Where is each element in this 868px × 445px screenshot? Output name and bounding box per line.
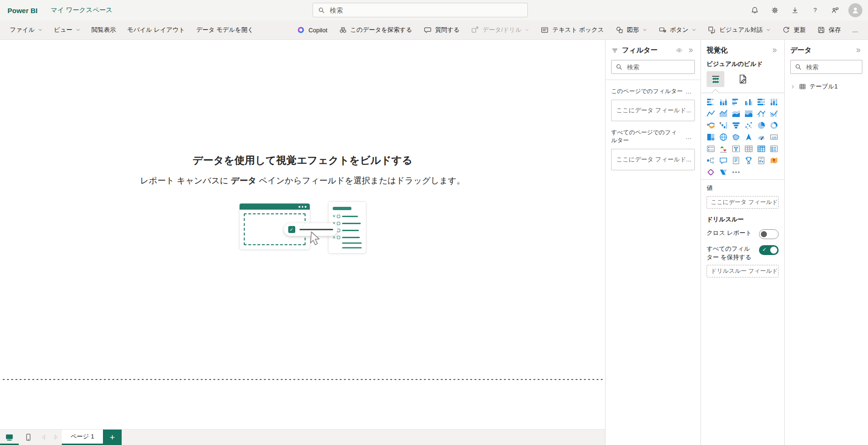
refresh-button[interactable]: 更新 xyxy=(777,23,811,37)
stacked-area-chart-visual[interactable] xyxy=(730,109,742,119)
kpi-visual[interactable] xyxy=(718,144,729,154)
next-page-button[interactable] xyxy=(50,430,62,445)
data-pane-header: データ xyxy=(785,40,868,59)
global-search-input[interactable] xyxy=(329,6,523,15)
reading-view-button[interactable]: 閲覧表示 xyxy=(87,23,121,37)
mobile-layout-button[interactable]: モバイル レイアウト xyxy=(122,23,190,37)
workspace-breadcrumb[interactable]: マイ ワークスペース xyxy=(51,6,112,15)
multi-row-card-visual[interactable] xyxy=(705,144,716,154)
paginated-report-visual[interactable] xyxy=(756,155,767,166)
report-canvas[interactable]: データを使用して視覚エフェクトをビルドする レポート キャンバスに データ ペイ… xyxy=(0,40,605,429)
filters-search-box[interactable] xyxy=(611,60,695,74)
pie-chart-visual[interactable] xyxy=(756,120,767,131)
copilot-button[interactable]: Copilot xyxy=(292,23,332,37)
filters-collapse-button[interactable] xyxy=(687,46,695,54)
smart-narrative-visual[interactable] xyxy=(730,155,742,166)
file-menu[interactable]: ファイル xyxy=(5,23,48,37)
map-visual[interactable] xyxy=(718,132,729,142)
stacked-bar-chart-visual[interactable] xyxy=(705,97,716,107)
cross-report-toggle[interactable] xyxy=(759,229,779,239)
powerbi-logo[interactable]: Power BI xyxy=(7,7,37,15)
100-stacked-column-chart-visual[interactable] xyxy=(768,97,780,107)
filters-on-page-dropzone[interactable]: ここにデータ フィールド... xyxy=(611,100,695,121)
data-pane-collapse-button[interactable] xyxy=(854,46,862,54)
100-stacked-area-chart-visual[interactable] xyxy=(743,109,754,119)
treemap-visual[interactable] xyxy=(705,132,716,142)
account-avatar[interactable] xyxy=(848,3,862,17)
slicer-visual[interactable] xyxy=(730,144,742,154)
matrix-visual[interactable] xyxy=(756,144,767,154)
settings-button[interactable] xyxy=(768,3,782,17)
more-options-button[interactable]: … xyxy=(847,23,863,37)
filters-all-pages-dropzone[interactable]: ここにデータ フィールド... xyxy=(611,149,695,170)
gauge-visual[interactable] xyxy=(756,132,767,142)
table-tree-item[interactable]: テーブル1 xyxy=(785,80,868,94)
100-stacked-bar-chart-visual[interactable] xyxy=(756,97,767,107)
drillthrough-section-label: ドリルスルー xyxy=(701,209,784,226)
power-automate-visual[interactable] xyxy=(718,167,729,177)
metrics-visual[interactable] xyxy=(743,155,754,166)
notifications-button[interactable] xyxy=(748,3,762,17)
button-slicer-visual[interactable] xyxy=(768,144,780,154)
area-chart-visual[interactable] xyxy=(718,109,729,119)
power-apps-visual[interactable] xyxy=(705,167,716,177)
azure-map-visual[interactable] xyxy=(743,132,754,142)
buttons-button[interactable]: ボタン xyxy=(653,23,702,37)
global-search-box[interactable] xyxy=(313,3,528,17)
clustered-bar-chart-visual[interactable] xyxy=(730,97,742,107)
text-box-button[interactable]: テキスト ボックス xyxy=(535,23,609,37)
feedback-button[interactable] xyxy=(828,3,842,17)
card-visual[interactable]: 123 xyxy=(768,132,780,142)
filters-all-pages-more-button[interactable]: … xyxy=(683,133,695,141)
explore-data-button[interactable]: このデータを探索する xyxy=(334,23,417,37)
table-visual[interactable] xyxy=(743,144,754,154)
cursor-arrow-icon xyxy=(310,231,323,246)
collapse-pane-icon xyxy=(688,47,694,53)
format-visual-tab[interactable] xyxy=(734,71,751,87)
download-button[interactable] xyxy=(788,3,802,17)
visualizations-collapse-button[interactable] xyxy=(771,46,779,54)
keep-all-filters-toggle[interactable]: ✓ xyxy=(759,245,779,255)
view-menu[interactable]: ビュー xyxy=(49,23,86,37)
filters-visibility-button[interactable] xyxy=(675,46,684,55)
add-page-button[interactable]: + xyxy=(103,430,122,445)
desktop-view-button[interactable] xyxy=(0,430,19,445)
ribbon-chart-visual[interactable] xyxy=(705,120,716,131)
top-bar: Power BI マイ ワークスペース ? xyxy=(0,0,868,21)
build-visual-tab[interactable] xyxy=(707,71,724,87)
mobile-view-button[interactable] xyxy=(19,430,37,445)
build-visual-icon xyxy=(710,74,721,85)
values-dropzone[interactable]: ここにデータ フィールドを... xyxy=(707,196,779,209)
help-button[interactable]: ? xyxy=(808,3,822,17)
line-chart-visual[interactable] xyxy=(705,109,716,119)
filters-on-page-more-button[interactable]: … xyxy=(683,88,695,95)
decomposition-tree-visual[interactable] xyxy=(705,155,716,166)
data-search-input[interactable] xyxy=(805,63,858,71)
stacked-column-chart-visual[interactable] xyxy=(718,97,729,107)
clustered-column-chart-visual[interactable] xyxy=(743,97,754,107)
scatter-chart-visual[interactable] xyxy=(743,120,754,131)
q-and-a-visual[interactable] xyxy=(718,155,729,166)
more-visuals-button[interactable] xyxy=(730,167,742,177)
empty-canvas-illustration: ∨ ∨ ∨ ∨ ✓ xyxy=(239,201,366,255)
page-navigation-bar: ページ 1 + xyxy=(0,429,605,445)
waterfall-chart-visual[interactable] xyxy=(718,120,729,131)
drillthrough-dropzone[interactable]: ドリルスルー フィールド... xyxy=(707,265,779,277)
arcgis-map-visual[interactable] xyxy=(768,155,780,166)
illustration-window-titlebar xyxy=(240,204,310,210)
shapes-button[interactable]: 図形 xyxy=(610,23,652,37)
page-tab[interactable]: ページ 1 xyxy=(62,430,103,445)
save-button[interactable]: 保存 xyxy=(812,23,846,37)
donut-chart-visual[interactable] xyxy=(768,120,780,131)
line-and-stacked-column-chart-visual[interactable] xyxy=(756,109,767,119)
ask-question-button[interactable]: 質問する xyxy=(418,23,465,37)
funnel-chart-visual[interactable] xyxy=(730,120,742,131)
filled-map-visual[interactable] xyxy=(730,132,742,142)
data-search-box[interactable] xyxy=(790,60,862,74)
previous-page-button[interactable] xyxy=(37,430,50,445)
line-and-clustered-column-chart-visual[interactable] xyxy=(768,109,780,119)
visual-interactions-button[interactable]: ビジュアル対話 xyxy=(702,23,776,37)
data-drill-button: データ/ドリル xyxy=(466,23,534,37)
filters-search-input[interactable] xyxy=(626,63,691,71)
open-data-model-button[interactable]: データ モデルを開く xyxy=(191,23,259,37)
